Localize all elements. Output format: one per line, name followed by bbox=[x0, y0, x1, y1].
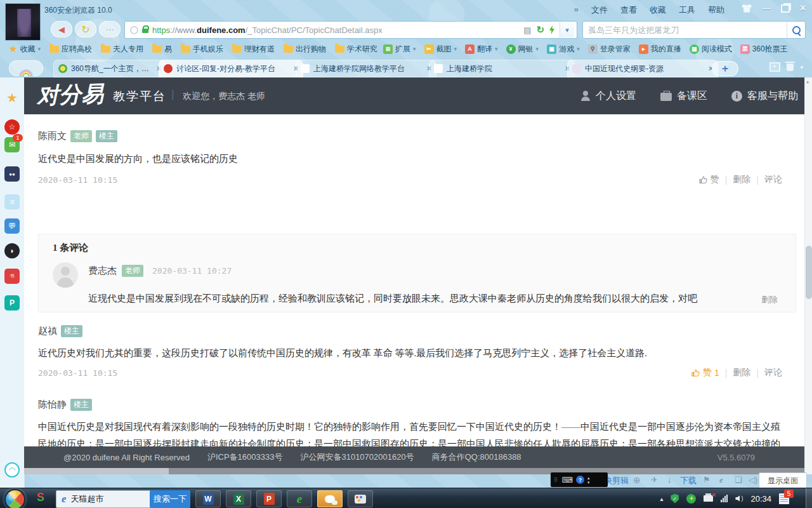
forum-icon[interactable]: ●● bbox=[4, 166, 20, 182]
address-bar[interactable]: https://www.duifene.com/_TopicChat/PC/To… bbox=[124, 21, 577, 39]
menu-overflow-icon[interactable]: » bbox=[574, 4, 579, 16]
download-arrow-icon[interactable]: ↓ bbox=[667, 475, 672, 485]
comment-button[interactable]: 评论 bbox=[764, 367, 782, 378]
vertical-scrollbar[interactable]: ▴ bbox=[804, 77, 812, 474]
bookmark-folder-yi[interactable]: 易 bbox=[152, 44, 172, 55]
show-desktop-sliver[interactable] bbox=[806, 488, 812, 508]
taskbar-word-button[interactable]: W bbox=[195, 490, 221, 507]
taskbar-powerpoint-button[interactable]: P bbox=[256, 490, 282, 507]
bookmark-folder-wife[interactable]: 夫人专用 bbox=[101, 44, 143, 55]
tab-history-resources[interactable]: 中国近现代史纲要-资源 × bbox=[567, 60, 718, 77]
home-rainbow-button[interactable] bbox=[9, 60, 43, 76]
scrollbar-thumb[interactable] bbox=[806, 246, 812, 299]
printer-offline-icon[interactable] bbox=[704, 495, 713, 502]
nav-personal-settings[interactable]: 个人设置 bbox=[580, 90, 636, 103]
tray-expand-icon[interactable]: ▴ bbox=[660, 495, 663, 502]
comment-button[interactable]: 评论 bbox=[764, 174, 782, 185]
pdf-tool-icon[interactable]: P bbox=[4, 295, 20, 311]
horizontal-scrollbar[interactable] bbox=[24, 468, 804, 474]
boost-rocket-icon[interactable]: ✈ bbox=[651, 475, 658, 485]
360-browser-taskbar-icon[interactable]: S bbox=[37, 491, 44, 504]
url-dropdown-button[interactable]: ▾ bbox=[560, 22, 574, 37]
taskbar-search-button[interactable]: 搜索一下 bbox=[150, 490, 190, 508]
bookmark-folder-academic[interactable]: 学术研究 bbox=[335, 44, 377, 55]
tool-ticket-king[interactable]: 票360抢票王 bbox=[740, 44, 788, 55]
search-input[interactable] bbox=[583, 25, 787, 35]
trash-icon[interactable] bbox=[787, 64, 794, 71]
download-button[interactable]: 下载 bbox=[680, 475, 697, 486]
bookmark-folder-finance[interactable]: 理财有道 bbox=[232, 44, 275, 55]
tab-360nav[interactable]: 360导航_一个主页，整个世界 × bbox=[53, 60, 166, 77]
speedup-ball-icon[interactable]: + bbox=[686, 494, 696, 504]
menu-help[interactable]: 帮助 bbox=[708, 4, 724, 16]
taskbar-tmall-button[interactable]: e 天猫超市 bbox=[56, 490, 155, 508]
close-button[interactable]: × bbox=[800, 4, 806, 13]
menu-tools[interactable]: 工具 bbox=[679, 4, 695, 16]
footer-police[interactable]: 沪公网安备31010702001620号 bbox=[300, 451, 414, 463]
like-button[interactable]: 赞 bbox=[698, 174, 719, 185]
tool-translate[interactable]: A翻译▾ bbox=[465, 44, 498, 55]
nav-help[interactable]: i客服与帮助 bbox=[731, 90, 798, 103]
maximize-button[interactable] bbox=[781, 4, 790, 13]
bookmark-folder-jobs[interactable]: 应聘高校 bbox=[49, 44, 92, 55]
menu-favorites[interactable]: 收藏 bbox=[650, 4, 666, 16]
menu-file[interactable]: 文件 bbox=[591, 4, 608, 16]
security-shield-icon[interactable]: ✓ bbox=[671, 494, 679, 504]
tab-jianqiao-college[interactable]: 上海建桥学院 × bbox=[429, 60, 575, 77]
bookmark-folder-travel[interactable]: 出行购物 bbox=[284, 44, 326, 55]
scrollbar-thumb[interactable] bbox=[24, 468, 169, 474]
weibo-icon[interactable]: ☆ bbox=[4, 119, 20, 135]
author-name[interactable]: 费志杰 bbox=[88, 265, 117, 277]
xiaohongshu-icon[interactable]: 书 bbox=[4, 269, 20, 284]
tool-screenshot[interactable]: ✂截图▾ bbox=[424, 44, 457, 55]
cloud-sync-button[interactable]: ⋯ bbox=[99, 21, 121, 37]
tab-jianqiao-elearning[interactable]: 上海建桥学院网络教学平台 × bbox=[296, 60, 436, 77]
favorites-star-icon[interactable]: ★ bbox=[4, 90, 20, 105]
input-method-widget[interactable]: ⠿ ⌨ ? ▴▾ bbox=[551, 472, 608, 487]
mail-icon[interactable]: ✉ 1 bbox=[4, 137, 20, 152]
tab-discussion-active[interactable]: 讨论区-回复-对分易-教学平台 × bbox=[159, 60, 303, 77]
skin-theme-icon[interactable] bbox=[742, 4, 752, 13]
refresh-button[interactable]: ↻ bbox=[75, 21, 96, 37]
tool-ebank[interactable]: ¥网银▾ bbox=[506, 44, 539, 55]
footer-icp[interactable]: 沪ICP备16003333号 bbox=[207, 451, 283, 463]
qq-penguin-icon[interactable]: ◗ bbox=[4, 243, 20, 258]
delete-button[interactable]: 删除 bbox=[733, 367, 750, 378]
add-plugin-icon[interactable]: ⊕ bbox=[633, 475, 641, 485]
tool-reading-mode[interactable]: ▤阅读模式 bbox=[690, 44, 732, 55]
show-desktop-button[interactable]: 显示桌面 bbox=[759, 472, 807, 489]
chevron-down-icon[interactable]: ▾ bbox=[800, 64, 803, 70]
speed-boost-icon[interactable] bbox=[549, 25, 554, 34]
delete-button[interactable]: 删除 bbox=[733, 174, 750, 185]
site-info-icon[interactable] bbox=[130, 26, 138, 34]
reading-mode-icon[interactable]: ▤ bbox=[523, 25, 531, 35]
user-skin-avatar[interactable] bbox=[5, 3, 41, 41]
start-button[interactable] bbox=[4, 489, 25, 508]
notification-icon[interactable]: 5 bbox=[779, 493, 789, 504]
window-mode-icon[interactable]: ❏ bbox=[735, 475, 742, 485]
menu-view[interactable]: 查看 bbox=[620, 4, 637, 16]
bookmark-folder-mobile[interactable]: 手机娱乐 bbox=[181, 44, 223, 55]
author-name[interactable]: 陈雨文 bbox=[38, 130, 67, 142]
favorites-button[interactable]: ★ 收藏 ▾ bbox=[9, 43, 41, 55]
tool-games[interactable]: ▣游戏▾ bbox=[547, 44, 580, 55]
delete-button[interactable]: 删除 bbox=[761, 294, 778, 305]
tool-password-manager[interactable]: ⚲登录管家 bbox=[588, 44, 631, 55]
notes-icon[interactable]: ≡ bbox=[4, 194, 20, 210]
auto-refresh-icon[interactable]: ↻ bbox=[536, 24, 544, 36]
mute-speaker-icon[interactable]: ◁) bbox=[749, 475, 757, 485]
nav-lesson-prep[interactable]: 备课区 bbox=[660, 90, 707, 103]
minimize-button[interactable]: — bbox=[763, 4, 771, 13]
taskbar-paint-button[interactable] bbox=[348, 490, 373, 507]
tool-my-live[interactable]: ▸我的直播 bbox=[639, 44, 681, 55]
chat-icon[interactable]: 💬︎ bbox=[4, 218, 20, 234]
restore-tab-icon[interactable] bbox=[769, 62, 780, 72]
search-go-button[interactable] bbox=[787, 22, 805, 38]
author-name[interactable]: 赵禛 bbox=[38, 325, 57, 337]
ie-compat-icon[interactable]: e bbox=[719, 475, 723, 485]
taskbar-excel-button[interactable]: X bbox=[226, 490, 251, 507]
taskbar-360se-button[interactable]: e bbox=[287, 490, 312, 507]
back-button[interactable]: ◀ bbox=[51, 21, 72, 37]
clock[interactable]: 20:34 bbox=[750, 494, 771, 504]
report-flag-icon[interactable]: ⚑ bbox=[703, 475, 710, 485]
